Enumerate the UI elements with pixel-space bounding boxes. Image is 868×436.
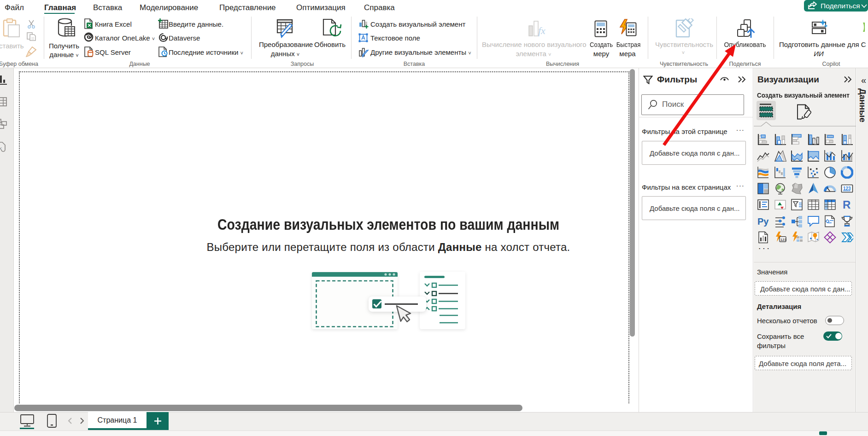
svg-text:Py: Py (757, 216, 769, 227)
svg-text:R: R (843, 198, 850, 211)
svg-text:123: 123 (780, 238, 787, 242)
svg-text:AX: AX (0, 146, 2, 151)
svg-text:fx: fx (538, 25, 545, 36)
svg-text:123: 123 (843, 186, 851, 191)
